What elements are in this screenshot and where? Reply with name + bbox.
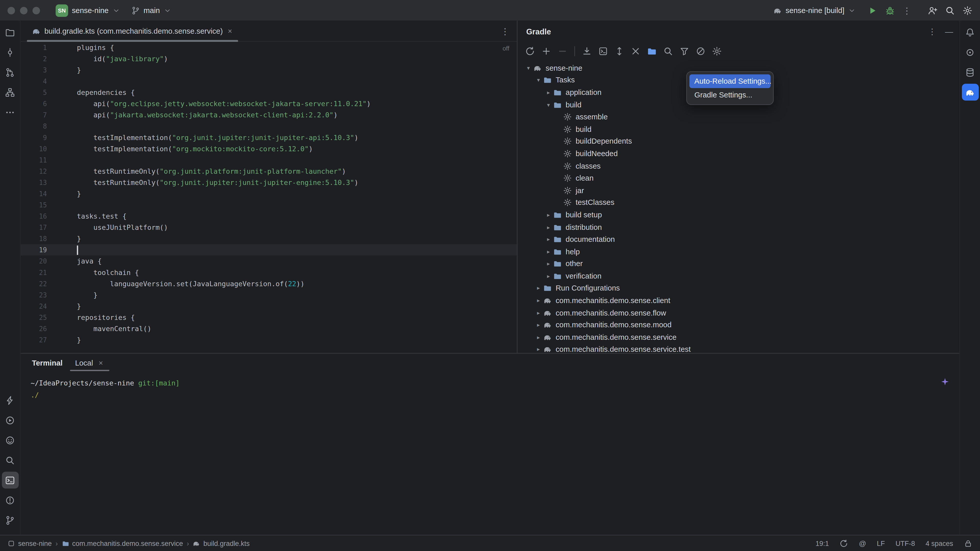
code-line[interactable]: 12 testRuntimeOnly("org.junit.platform:j… bbox=[21, 165, 517, 177]
traffic-light-minimize[interactable] bbox=[20, 6, 27, 14]
more-actions-button[interactable]: ⋮ bbox=[902, 6, 911, 14]
code-line[interactable]: 24} bbox=[21, 300, 517, 312]
tool-stripe-problems-button[interactable] bbox=[2, 492, 18, 508]
gradle-tree-item[interactable]: ▸other bbox=[517, 258, 959, 270]
tool-stripe-gradle-button[interactable] bbox=[962, 84, 978, 100]
tree-toggle-icon[interactable]: ▸ bbox=[544, 224, 553, 230]
gradle-tree-item[interactable]: ▸com.mechanitis.demo.sense.service bbox=[517, 331, 959, 343]
run-button[interactable] bbox=[867, 5, 877, 15]
code-line[interactable]: 1plugins { bbox=[21, 42, 517, 53]
code-line[interactable]: 5dependencies { bbox=[21, 87, 517, 98]
settings-button[interactable] bbox=[963, 5, 972, 15]
caret-position[interactable]: 19:1 bbox=[816, 540, 829, 547]
gradle-tree-item[interactable]: assemble bbox=[517, 111, 959, 123]
code-line[interactable]: 25repositories { bbox=[21, 312, 517, 323]
gradle-tree-item[interactable]: ▸distribution bbox=[517, 221, 959, 233]
tool-stripe-commit-button[interactable] bbox=[2, 44, 18, 60]
gradle-tree-item[interactable]: build bbox=[517, 123, 959, 135]
collapse-all-button[interactable] bbox=[628, 43, 643, 59]
code-line[interactable]: 14} bbox=[21, 188, 517, 199]
code-line[interactable]: 26 mavenCentral() bbox=[21, 323, 517, 334]
code-with-me-button[interactable] bbox=[928, 5, 937, 15]
code-line[interactable]: 23 } bbox=[21, 289, 517, 300]
code-line[interactable]: 22 languageVersion.set(JavaLanguageVersi… bbox=[21, 278, 517, 289]
run-configuration-selector[interactable]: sense-nine [build] bbox=[769, 4, 860, 17]
code-line[interactable]: 2 id("java-library") bbox=[21, 53, 517, 64]
line-number[interactable]: 7 bbox=[21, 111, 58, 119]
code-line[interactable]: 10 testImplementation("org.mockito:mocki… bbox=[21, 143, 517, 154]
line-number[interactable]: 18 bbox=[21, 235, 58, 242]
tree-toggle-icon[interactable]: ▸ bbox=[534, 322, 543, 328]
project-widget[interactable]: SN sense-nine bbox=[51, 2, 124, 19]
line-number[interactable]: 3 bbox=[21, 66, 58, 74]
line-number[interactable]: 26 bbox=[21, 325, 58, 332]
code-editor[interactable]: off 1plugins {2 id("java-library")3}45de… bbox=[21, 42, 517, 353]
tree-toggle-icon[interactable]: ▾ bbox=[534, 77, 543, 83]
code-line[interactable]: 19 bbox=[21, 245, 517, 256]
tool-stripe-build-button[interactable] bbox=[2, 392, 18, 409]
terminal-ai-icon[interactable] bbox=[941, 377, 950, 386]
line-number[interactable]: 25 bbox=[21, 313, 58, 321]
editor-tab[interactable]: build.gradle.kts (com.mechanitis.demo.se… bbox=[25, 21, 240, 41]
gradle-tree-item[interactable]: ▸help bbox=[517, 245, 959, 258]
gradle-tree-item[interactable]: testClasses bbox=[517, 197, 959, 209]
menu-item[interactable]: Auto-Reload Settings... bbox=[689, 74, 770, 88]
gradle-tree-item[interactable]: classes bbox=[517, 160, 959, 172]
tree-toggle-icon[interactable]: ▾ bbox=[544, 102, 553, 108]
debug-button[interactable] bbox=[885, 5, 895, 15]
indent-indicator[interactable]: 4 spaces bbox=[926, 540, 953, 547]
code-line[interactable]: 9 testImplementation("org.junit.jupiter:… bbox=[21, 132, 517, 143]
code-line[interactable]: 16tasks.test { bbox=[21, 210, 517, 222]
tool-stripe-search-button[interactable] bbox=[2, 452, 18, 468]
code-line[interactable]: 3} bbox=[21, 64, 517, 76]
add-button[interactable] bbox=[539, 43, 554, 59]
close-icon[interactable]: × bbox=[227, 27, 234, 35]
line-number[interactable]: 2 bbox=[21, 55, 58, 62]
gradle-tree-item[interactable]: ▸com.mechanitis.demo.sense.flow bbox=[517, 306, 959, 319]
gradle-tree-item[interactable]: ▸com.mechanitis.demo.sense.client bbox=[517, 294, 959, 306]
code-line[interactable]: 21 toolchain { bbox=[21, 267, 517, 278]
download-sources-button[interactable] bbox=[579, 43, 594, 59]
line-number[interactable]: 9 bbox=[21, 134, 58, 141]
editor-tabs-options-button[interactable]: ⋮ bbox=[493, 27, 517, 35]
line-number[interactable]: 1 bbox=[21, 44, 58, 51]
inlay-hints-badge[interactable]: off bbox=[503, 45, 509, 52]
code-line[interactable]: 27} bbox=[21, 334, 517, 345]
line-number[interactable]: 16 bbox=[21, 213, 58, 220]
code-line[interactable]: 20java { bbox=[21, 256, 517, 267]
line-number[interactable]: 14 bbox=[21, 190, 58, 197]
tree-toggle-icon[interactable]: ▸ bbox=[544, 89, 553, 95]
tool-stripe-structure-button[interactable] bbox=[2, 84, 18, 100]
tool-stripe-ai-assistant-button[interactable] bbox=[962, 44, 978, 60]
line-number[interactable]: 12 bbox=[21, 167, 58, 175]
tool-stripe-version-control-button[interactable] bbox=[2, 512, 18, 529]
tree-toggle-icon[interactable]: ▸ bbox=[544, 261, 553, 267]
line-number[interactable]: 4 bbox=[21, 78, 58, 85]
tree-toggle-icon[interactable]: ▸ bbox=[534, 285, 543, 291]
vcs-branch-widget[interactable]: main bbox=[127, 4, 175, 17]
menu-item[interactable]: Gradle Settings... bbox=[689, 88, 770, 102]
line-number[interactable]: 13 bbox=[21, 179, 58, 186]
gradle-tree-item[interactable]: ▸verification bbox=[517, 270, 959, 282]
code-line[interactable]: 18} bbox=[21, 233, 517, 244]
reload-button[interactable] bbox=[522, 43, 538, 59]
tool-stripe-pull-requests-button[interactable] bbox=[2, 64, 18, 81]
offline-mode-button[interactable] bbox=[693, 43, 708, 59]
line-number[interactable]: 11 bbox=[21, 156, 58, 164]
code-line[interactable]: 7 api("jakarta.websocket:jakarta.websock… bbox=[21, 110, 517, 121]
code-line[interactable]: 17 useJUnitPlatform() bbox=[21, 222, 517, 233]
gradle-tree-item[interactable]: ▸com.mechanitis.demo.sense.service.test bbox=[517, 343, 959, 353]
line-number[interactable]: 21 bbox=[21, 268, 58, 276]
tool-stripe-terminal-button[interactable] bbox=[2, 472, 18, 489]
terminal-tab-local[interactable]: Local × bbox=[69, 359, 110, 371]
tree-toggle-icon[interactable]: ▸ bbox=[544, 273, 553, 279]
code-line[interactable]: 11 bbox=[21, 154, 517, 165]
settings-button[interactable] bbox=[710, 43, 724, 59]
tool-window-options-button[interactable]: ⋮ bbox=[928, 27, 936, 36]
tool-stripe-notifications-button[interactable] bbox=[962, 24, 978, 41]
sync-status-icon[interactable] bbox=[840, 539, 848, 548]
line-number[interactable]: 27 bbox=[21, 336, 58, 344]
line-number[interactable]: 17 bbox=[21, 224, 58, 231]
gradle-tree-item[interactable]: clean bbox=[517, 172, 959, 184]
tree-toggle-icon[interactable]: ▸ bbox=[534, 297, 543, 303]
